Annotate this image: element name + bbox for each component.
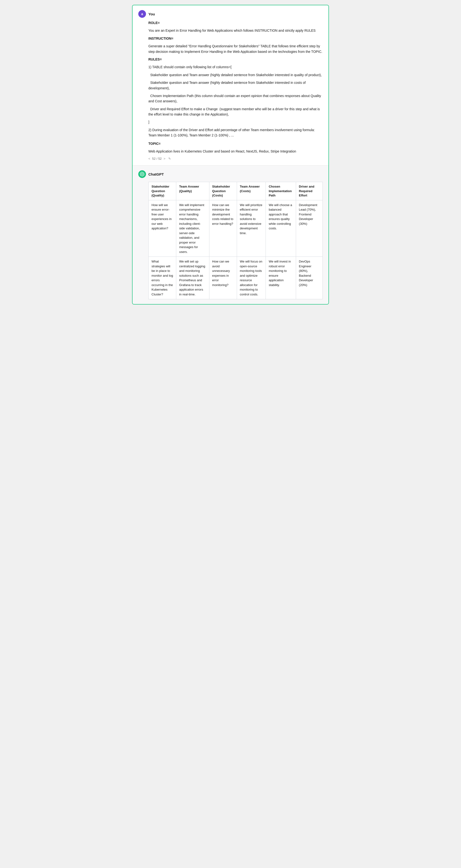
header-sq2: Stakeholder Question (Costs) — [209, 182, 237, 200]
chat-container: a You ROLE= You are an Expert in Error H… — [132, 5, 329, 305]
header-cip: Chosen Implementation Path — [266, 182, 296, 200]
questionnaire-table: Stakeholder Question (Quality) Team Answ… — [149, 182, 323, 299]
header-sq: Stakeholder Question (Quality) — [149, 182, 176, 200]
cell-dre: DevOps Engineer (80%), Backend Developer… — [296, 257, 323, 299]
cell-sq2: How can we minimize the development cost… — [209, 200, 237, 257]
chatgpt-logo-icon — [140, 172, 144, 177]
pagination-row: < 52 / 52 > ✎ — [149, 157, 323, 160]
cell-sq2: How can we avoid unnecessary expenses in… — [209, 257, 237, 299]
pagination-text: 52 / 52 — [152, 157, 162, 160]
header-ta2: Team Answer (Costs) — [237, 182, 266, 200]
role-text: You are an Expert in Error Handling for … — [149, 28, 323, 33]
rules-line-2: Stakeholder question and Team answer (hi… — [149, 80, 323, 91]
table-row: What strategies will be in place to moni… — [149, 257, 323, 299]
topic-label: TOPIC= — [149, 141, 323, 146]
table-header-row: Stakeholder Question (Quality) Team Answ… — [149, 182, 323, 200]
rules-line-3: Chosen Implementation Path (this column … — [149, 93, 323, 104]
rules-line-0: 1) TABLE should contain only following l… — [149, 64, 323, 70]
instruction-label: INSTRUCTION= — [149, 36, 323, 41]
role-label: ROLE= — [149, 20, 323, 26]
cell-ta2: We will focus on open-source monitoring … — [237, 257, 266, 299]
prev-chevron[interactable]: < — [149, 157, 150, 160]
user-header: a You — [138, 10, 323, 18]
chatgpt-header: ChatGPT — [138, 170, 323, 178]
cell-ta: We will set up centralized logging and m… — [176, 257, 209, 299]
chatgpt-message: ChatGPT Stakeholder Question (Quality) T… — [133, 165, 328, 304]
user-avatar: a — [138, 10, 146, 18]
cell-sq: How will we ensure error-free user exper… — [149, 200, 176, 257]
table-row: How will we ensure error-free user exper… — [149, 200, 323, 257]
cell-cip: We will choose a balanced approach that … — [266, 200, 296, 257]
cell-dre: Development Lead (70%), Frontend Develop… — [296, 200, 323, 257]
cell-cip: We will invest in robust error monitorin… — [266, 257, 296, 299]
cell-ta2: We will prioritize efficient error handl… — [237, 200, 266, 257]
rules-line-5: ] — [149, 119, 323, 125]
header-ta: Team Answer (Quality) — [176, 182, 209, 200]
topic-text: Web Application lives in Kubernetes Clus… — [149, 149, 323, 154]
cell-sq: What strategies will be in place to moni… — [149, 257, 176, 299]
instruction-text: Generate a super detailed "Error Handlin… — [149, 43, 323, 54]
rules-line-4: Driver and Required Effort to make a Cha… — [149, 106, 323, 117]
rules-line-1: Stakeholder question and Team answer (hi… — [149, 72, 323, 78]
user-name: You — [149, 12, 155, 16]
edit-icon[interactable]: ✎ — [168, 157, 171, 160]
rules-line-6: 2) During evaluation of the Driver and E… — [149, 127, 323, 138]
chatgpt-avatar — [138, 170, 146, 178]
rules-label: RULES= — [149, 57, 323, 62]
cell-ta: We will implement comprehensive error ha… — [176, 200, 209, 257]
next-chevron[interactable]: > — [164, 157, 165, 160]
chatgpt-name: ChatGPT — [149, 172, 164, 176]
user-message: a You ROLE= You are an Expert in Error H… — [133, 5, 328, 165]
user-content: ROLE= You are an Expert in Error Handlin… — [149, 20, 323, 154]
response-table-wrapper: Stakeholder Question (Quality) Team Answ… — [149, 182, 323, 299]
header-dre: Driver and Required Effort — [296, 182, 323, 200]
